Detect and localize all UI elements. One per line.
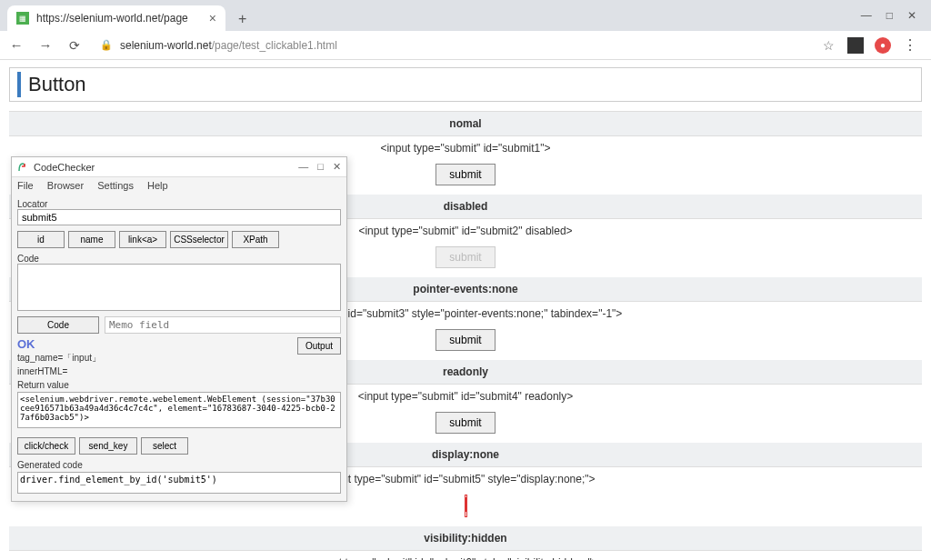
cc-body: Locator id name link<a> CSSselector XPat… [12,194,346,501]
cc-btn-select[interactable]: select [141,437,188,455]
window-controls: — □ ✕ [861,9,924,22]
window-maximize-icon[interactable]: □ [886,9,893,22]
display-none-placeholder [465,495,467,517]
cc-tag-info: tag_name=「input」 innerHTML= [17,351,101,378]
cc-code-textarea[interactable] [17,264,341,311]
window-close-icon[interactable]: ✕ [907,9,916,22]
window-minimize-icon[interactable]: — [861,9,872,22]
cc-menu-browser[interactable]: Browser [47,180,84,191]
submit-button-3: submit [435,329,495,351]
chrome-nav-bar: ← → ⟳ 🔒 selenium-world.net/page/test_cli… [0,31,931,60]
profile-avatar-icon[interactable]: ● [875,37,891,54]
cc-menu-settings[interactable]: Settings [97,180,134,191]
extension-icon[interactable] [847,37,864,54]
cc-code-button[interactable]: Code [17,316,99,334]
cc-return-value: <selenium.webdriver.remote.webelement.We… [17,392,341,428]
cc-find-buttons: id name link<a> CSSselector XPath [17,231,341,248]
cc-btn-link[interactable]: link<a> [119,231,166,248]
url-bar[interactable]: 🔒 selenium-world.net/page/test_clickable… [95,39,809,52]
cc-btn-name[interactable]: name [68,231,115,248]
block-header: nomal [9,112,922,136]
cc-titlebar[interactable]: CodeChecker — □ ✕ [12,157,346,177]
submit-button-1[interactable]: submit [435,164,495,185]
cc-tag-name: tag_name=「input」 [17,351,101,365]
cc-btn-id[interactable]: id [17,231,65,248]
cc-close-icon[interactable]: ✕ [333,161,341,173]
bookmark-star-icon[interactable]: ☆ [820,37,836,54]
cc-menubar: File Browser Settings Help [12,177,346,194]
section-button-title: Button [9,67,922,102]
cc-return-label: Return value [17,380,341,390]
url-text: selenium-world.net/page/test_clickable1.… [120,39,337,52]
codechecker-window: CodeChecker — □ ✕ File Browser Settings … [11,156,347,502]
chrome-tab-bar: ▦ https://selenium-world.net/page × + — … [0,0,931,31]
chrome-extension-icons: ☆ ● ⋮ [820,37,924,54]
title-bar-accent [17,72,21,97]
cc-locator-label: Locator [17,199,341,209]
cc-ok-status: OK [17,337,101,351]
cc-locator-input[interactable] [17,209,341,225]
cc-menu-file[interactable]: File [17,180,34,191]
cc-gen-label: Generated code [17,460,341,470]
block-header: visibility:hidden [9,526,922,551]
cc-action-buttons: click/check send_key select [17,437,341,455]
block-code: ut type="submit" id="submit6" style="vis… [9,551,922,560]
cc-btn-css[interactable]: CSSselector [170,231,228,248]
cc-window-controls: — □ ✕ [298,161,341,173]
new-tab-button[interactable]: + [233,7,252,31]
cc-btn-click[interactable]: click/check [17,437,75,455]
chrome-menu-icon[interactable]: ⋮ [902,37,918,54]
tab-close-icon[interactable]: × [209,11,216,25]
cc-btn-sendkey[interactable]: send_key [79,437,137,455]
tab-favicon: ▦ [16,12,29,25]
cc-output-button[interactable]: Output [297,337,341,355]
tab-title: https://selenium-world.net/page [36,12,204,25]
section-heading: Button [28,73,86,96]
cc-btn-xpath[interactable]: XPath [232,231,279,248]
nav-back-icon[interactable]: ← [7,37,25,53]
cc-app-icon [17,162,28,173]
browser-tab[interactable]: ▦ https://selenium-world.net/page × [7,5,225,31]
cc-memo-input[interactable] [105,316,341,334]
nav-forward-icon[interactable]: → [36,37,55,53]
cc-maximize-icon[interactable]: □ [317,161,324,173]
submit-button-2: submit [435,246,495,268]
cc-menu-help[interactable]: Help [147,180,168,191]
cc-code-label: Code [17,254,341,264]
submit-button-4[interactable]: submit [435,412,495,434]
cc-title: CodeChecker [34,162,298,173]
cc-generated-code: driver.find_element_by_id('submit5') [17,472,341,494]
cc-minimize-icon[interactable]: — [298,161,308,173]
lock-icon: 🔒 [100,39,113,51]
cc-inner-html: innerHTML= [17,365,101,378]
nav-reload-icon[interactable]: ⟳ [65,38,84,53]
